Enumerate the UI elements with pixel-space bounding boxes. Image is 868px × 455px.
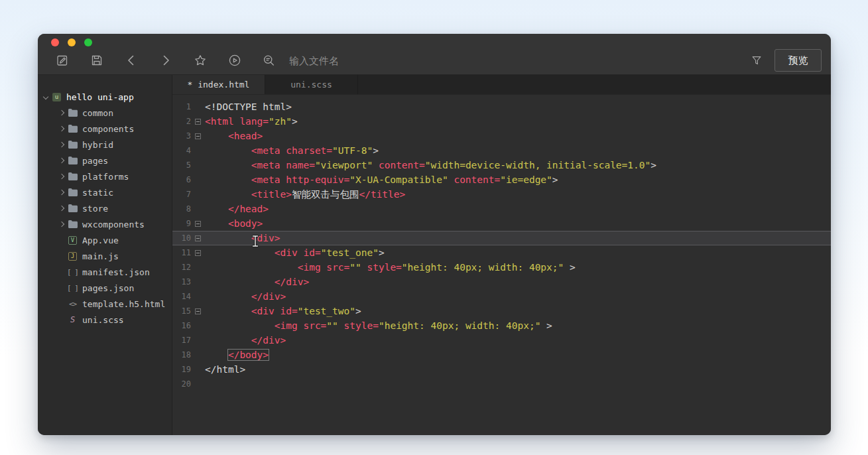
folder-icon bbox=[66, 109, 79, 117]
tree-item-folder-store[interactable]: store bbox=[38, 200, 172, 216]
code-line-3[interactable]: 3 <head> bbox=[172, 129, 831, 143]
code-line-1[interactable]: 1<!DOCTYPE html> bbox=[172, 99, 831, 114]
line-number: 6 bbox=[172, 172, 191, 187]
tree-item-folder-static[interactable]: static bbox=[38, 184, 172, 200]
line-number: 19 bbox=[172, 362, 191, 377]
tree-item-file-main.js[interactable]: Jmain.js bbox=[38, 248, 172, 264]
code-line-14[interactable]: 14 </div> bbox=[172, 289, 831, 304]
line-number: 2 bbox=[172, 114, 191, 129]
tab-bar: * index.htmluni.scss bbox=[172, 75, 831, 95]
file-tree: uhello uni-appcommoncomponentshybridpage… bbox=[38, 75, 172, 435]
code-line-10[interactable]: 10 <div> bbox=[172, 231, 831, 245]
tree-item-folder-platforms[interactable]: platforms bbox=[38, 168, 172, 184]
scss-file-icon: S bbox=[66, 315, 79, 324]
window-controls bbox=[51, 38, 92, 46]
find-file-icon[interactable] bbox=[262, 54, 276, 68]
zoom-button[interactable] bbox=[84, 38, 92, 46]
line-number: 4 bbox=[172, 143, 191, 158]
tab-index.html[interactable]: * index.html bbox=[172, 75, 265, 94]
forward-icon[interactable] bbox=[158, 54, 172, 68]
tree-item-label: App.vue bbox=[82, 235, 119, 245]
fold-cell bbox=[191, 133, 205, 139]
code-line-17[interactable]: 17 </div> bbox=[172, 333, 831, 348]
fold-toggle-icon[interactable] bbox=[195, 221, 201, 227]
line-number: 8 bbox=[172, 202, 191, 216]
chevron-right-icon[interactable] bbox=[57, 143, 66, 147]
code-line-19[interactable]: 19</html> bbox=[172, 362, 831, 377]
code-line-6[interactable]: 6 <meta http-equiv="X-UA-Compatible" con… bbox=[172, 172, 831, 187]
line-number: 16 bbox=[172, 318, 191, 333]
code-line-2[interactable]: 2<html lang="zh"> bbox=[172, 114, 831, 129]
search-input[interactable] bbox=[289, 55, 501, 66]
preview-button[interactable]: 预览 bbox=[775, 49, 822, 72]
chevron-right-icon[interactable] bbox=[57, 190, 66, 194]
fold-cell bbox=[191, 235, 205, 241]
code-editor[interactable]: 1<!DOCTYPE html>2<html lang="zh">3 <head… bbox=[172, 95, 831, 435]
tree-item-file-uni.scss[interactable]: Suni.scss bbox=[38, 312, 172, 328]
save-icon[interactable] bbox=[90, 54, 103, 68]
tree-item-file-App.vue[interactable]: VApp.vue bbox=[38, 232, 172, 248]
code-line-4[interactable]: 4 <meta charset="UTF-8"> bbox=[172, 143, 831, 158]
code-line-12[interactable]: 12 <img src="" style="height: 40px; widt… bbox=[172, 260, 831, 275]
code-text: </div> bbox=[205, 289, 286, 304]
tree-item-label: pages bbox=[82, 156, 108, 166]
fold-toggle-icon[interactable] bbox=[195, 308, 201, 314]
code-text: <html lang="zh"> bbox=[205, 114, 298, 129]
tree-item-file-manifest.json[interactable]: [ ]manifest.json bbox=[38, 264, 172, 280]
chevron-right-icon[interactable] bbox=[57, 222, 66, 226]
line-number: 12 bbox=[172, 260, 191, 275]
tree-item-folder-pages[interactable]: pages bbox=[38, 153, 172, 168]
star-icon[interactable] bbox=[193, 54, 207, 68]
text-cursor-pointer bbox=[251, 235, 259, 247]
code-text: <head> bbox=[205, 129, 263, 143]
back-icon[interactable] bbox=[124, 54, 138, 68]
code-line-11[interactable]: 11 <div id="test_one"> bbox=[172, 245, 831, 260]
tree-item-folder-hybrid[interactable]: hybrid bbox=[38, 137, 172, 153]
minimize-button[interactable] bbox=[68, 38, 76, 46]
fold-toggle-icon[interactable] bbox=[195, 133, 201, 139]
chevron-right-icon[interactable] bbox=[57, 111, 66, 115]
tree-item-label: pages.json bbox=[82, 283, 134, 293]
code-line-15[interactable]: 15 <div id="test_two"> bbox=[172, 304, 831, 318]
run-icon[interactable] bbox=[227, 54, 241, 68]
chevron-right-icon[interactable] bbox=[57, 174, 66, 178]
fold-toggle-icon[interactable] bbox=[195, 250, 201, 256]
code-line-8[interactable]: 8 </head> bbox=[172, 202, 831, 216]
code-line-20[interactable]: 20 bbox=[172, 377, 831, 391]
tab-uni.scss[interactable]: uni.scss bbox=[265, 75, 358, 94]
code-line-13[interactable]: 13 </div> bbox=[172, 275, 831, 289]
fold-toggle-icon[interactable] bbox=[195, 235, 201, 241]
code-line-5[interactable]: 5 <meta name="viewport" content="width=d… bbox=[172, 158, 831, 172]
js-file-icon: J bbox=[66, 252, 79, 261]
line-number: 7 bbox=[172, 187, 191, 202]
chevron-right-icon[interactable] bbox=[57, 127, 66, 131]
code-text: <!DOCTYPE html> bbox=[205, 99, 292, 114]
tree-item-folder-components[interactable]: components bbox=[38, 121, 172, 137]
code-line-9[interactable]: 9 <body> bbox=[172, 216, 831, 231]
toolbar-right-icons bbox=[749, 54, 763, 68]
tree-item-folder-wxcomponents[interactable]: wxcomponents bbox=[38, 216, 172, 232]
code-text: </html> bbox=[205, 362, 245, 377]
fold-cell bbox=[191, 308, 205, 314]
code-line-7[interactable]: 7 <title>智能双击与包围</title> bbox=[172, 187, 831, 202]
new-file-icon[interactable] bbox=[55, 54, 69, 68]
editor-column: * index.htmluni.scss 1<!DOCTYPE html>2<h… bbox=[172, 75, 831, 435]
tree-item-file-pages.json[interactable]: [ ]pages.json bbox=[38, 280, 172, 296]
tree-item-root[interactable]: uhello uni-app bbox=[38, 89, 172, 105]
code-line-16[interactable]: 16 <img src="" style="height: 40px; widt… bbox=[172, 318, 831, 333]
chevron-right-icon[interactable] bbox=[57, 206, 66, 210]
toolbar-row: 预览 bbox=[38, 46, 831, 74]
toolbar-right: 预览 bbox=[749, 49, 822, 72]
code-text: <meta http-equiv="X-UA-Compatible" conte… bbox=[205, 172, 558, 187]
filter-icon[interactable] bbox=[749, 54, 763, 68]
close-button[interactable] bbox=[51, 38, 59, 46]
fold-toggle-icon[interactable] bbox=[195, 119, 201, 125]
chevron-down-icon[interactable] bbox=[41, 95, 50, 99]
code-line-18[interactable]: 18 </body> bbox=[172, 348, 831, 362]
line-number: 3 bbox=[172, 129, 191, 143]
tree-item-folder-common[interactable]: common bbox=[38, 105, 172, 121]
code-text: <meta name="viewport" content="width=dev… bbox=[205, 158, 656, 172]
code-text: <img src="" style="height: 40px; width: … bbox=[205, 260, 576, 275]
tree-item-file-template.h5.html[interactable]: <>template.h5.html bbox=[38, 296, 172, 312]
chevron-right-icon[interactable] bbox=[57, 159, 66, 162]
